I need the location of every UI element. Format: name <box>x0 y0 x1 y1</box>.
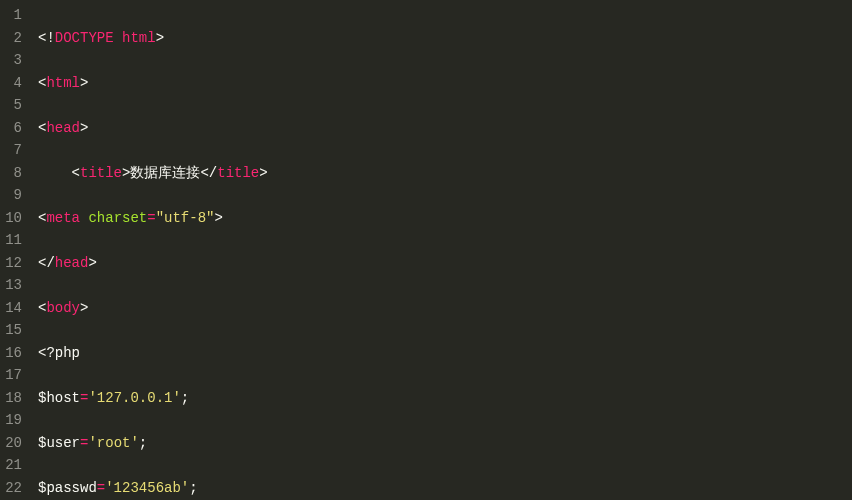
line-number: 19 <box>0 409 22 432</box>
line-number: 21 <box>0 454 22 477</box>
line-number: 3 <box>0 49 22 72</box>
line-number: 17 <box>0 364 22 387</box>
code-line[interactable]: <head> <box>38 117 564 140</box>
code-area[interactable]: <!DOCTYPE html> <html> <head> <title>数据库… <box>30 0 564 500</box>
line-number: 4 <box>0 72 22 95</box>
line-number: 20 <box>0 432 22 455</box>
code-line[interactable]: $passwd='123456ab'; <box>38 477 564 500</box>
line-number: 5 <box>0 94 22 117</box>
line-number: 6 <box>0 117 22 140</box>
code-line[interactable]: <meta charset="utf-8"> <box>38 207 564 230</box>
code-line[interactable]: $user='root'; <box>38 432 564 455</box>
code-line[interactable]: <!DOCTYPE html> <box>38 27 564 50</box>
code-editor: 1 2 3 4 5 6 7 8 9 10 11 12 13 14 15 16 1… <box>0 0 852 500</box>
line-number: 18 <box>0 387 22 410</box>
code-line[interactable]: <body> <box>38 297 564 320</box>
code-line[interactable]: <title>数据库连接</title> <box>38 162 564 185</box>
code-line[interactable]: <?php <box>38 342 564 365</box>
line-number: 2 <box>0 27 22 50</box>
code-line[interactable]: <html> <box>38 72 564 95</box>
code-line[interactable]: $host='127.0.0.1'; <box>38 387 564 410</box>
line-number: 8 <box>0 162 22 185</box>
line-number: 10 <box>0 207 22 230</box>
code-line[interactable]: </head> <box>38 252 564 275</box>
line-number: 14 <box>0 297 22 320</box>
line-number: 1 <box>0 4 22 27</box>
line-number: 7 <box>0 139 22 162</box>
line-number: 13 <box>0 274 22 297</box>
line-number: 12 <box>0 252 22 275</box>
line-number: 16 <box>0 342 22 365</box>
line-number: 22 <box>0 477 22 500</box>
line-number: 11 <box>0 229 22 252</box>
line-number: 9 <box>0 184 22 207</box>
line-number: 15 <box>0 319 22 342</box>
line-gutter: 1 2 3 4 5 6 7 8 9 10 11 12 13 14 15 16 1… <box>0 0 30 500</box>
